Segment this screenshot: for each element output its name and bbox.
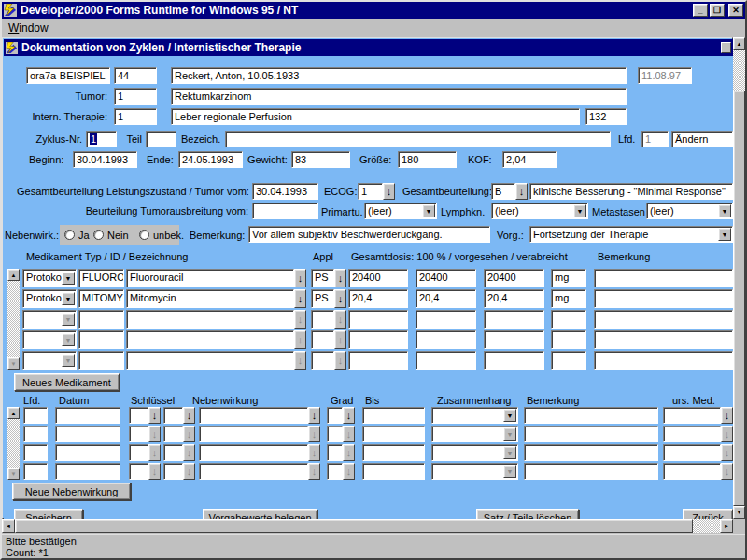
nw-nebenwirkung-lov-button[interactable]: ↓ — [308, 426, 320, 442]
med-appl-field[interactable] — [311, 351, 334, 370]
scroll-left-icon[interactable]: ◄ — [2, 519, 15, 533]
scroll-up-icon[interactable]: ▲ — [733, 37, 745, 50]
neues-medikament-button[interactable]: Neues Medikament — [14, 373, 120, 391]
med-type-dropdown-icon[interactable]: ▼ — [62, 313, 75, 326]
nw-nebenwirkung-lov-button[interactable]: ↓ — [308, 444, 320, 461]
nw-lfd-field[interactable] — [23, 463, 48, 480]
med-appl-field[interactable]: PS — [311, 289, 334, 308]
med-verabreicht-field[interactable] — [484, 310, 544, 329]
vorg-select[interactable]: Fortsetzung der Therapie ▼ — [529, 226, 733, 243]
med-name-field[interactable]: Mitomycin — [126, 289, 294, 308]
nw-key2-lov-button[interactable]: ↓ — [183, 426, 195, 442]
nw-key2-field[interactable] — [163, 444, 183, 461]
zurueck-button[interactable]: Zurück — [683, 509, 733, 519]
med-einheit-field[interactable]: mg — [551, 289, 586, 308]
med-vorgesehen-field[interactable]: 20400 — [416, 269, 476, 287]
med-bemerkung-field[interactable] — [594, 289, 733, 308]
med-dosis-field[interactable] — [348, 351, 408, 370]
zyklus-bemerkung-field[interactable]: Vor allem subjektiv Beschwerderückgang. — [248, 226, 490, 243]
therapie-nr-field[interactable]: 1 — [114, 108, 157, 125]
gesamtbeurteilung-lov-button[interactable]: ↓ — [515, 183, 528, 200]
gesamtbeurteilung-code-field[interactable]: B — [491, 183, 515, 200]
patient-name-field[interactable]: Reckert, Anton, 10.05.1933 — [171, 67, 627, 84]
med-type-dropdown-icon[interactable]: ▼ — [62, 272, 75, 285]
vscroll-track[interactable] — [733, 50, 745, 91]
therapie-code-field[interactable]: 132 — [585, 108, 627, 125]
nw-key1-field[interactable] — [129, 426, 148, 442]
nw-key1-lov-button[interactable]: ↓ — [148, 463, 161, 480]
radio-ja[interactable] — [64, 230, 75, 240]
nw-zusammenhang-dropdown-icon[interactable]: ▼ — [503, 409, 516, 422]
lymphkn-select[interactable]: (leer) ▼ — [491, 203, 588, 219]
nw-grad-lov-button[interactable]: ↓ — [343, 407, 355, 424]
patient-nr-field[interactable]: 44 — [114, 67, 157, 84]
vscroll-thumb[interactable] — [733, 91, 745, 506]
patient-id-field[interactable]: ora7a-BEISPIEL — [26, 67, 110, 84]
nw-nebenwirkung-field[interactable] — [199, 463, 308, 480]
med-verabreicht-field[interactable]: 20400 — [484, 269, 544, 287]
med-scroll-up-icon[interactable]: ▲ — [7, 269, 20, 281]
scroll-down-icon[interactable]: ▼ — [733, 506, 745, 519]
nw-scroll-down-icon[interactable]: ▼ — [7, 468, 20, 480]
nw-ursmed-lov-button[interactable]: ↓ — [721, 426, 733, 442]
lymphkn-dropdown-icon[interactable]: ▼ — [573, 204, 586, 217]
nw-nebenwirkung-field[interactable] — [199, 426, 308, 442]
med-type-dropdown-icon[interactable]: ▼ — [62, 354, 75, 367]
nw-key1-lov-button[interactable]: ↓ — [148, 426, 161, 442]
med-appl-lov-button[interactable]: ↓ — [334, 310, 346, 329]
nw-key2-field[interactable] — [163, 463, 183, 480]
nw-zusammenhang-dropdown-icon[interactable]: ▼ — [503, 465, 516, 478]
med-name-field[interactable] — [126, 330, 294, 349]
hscroll-thumb[interactable] — [15, 519, 693, 533]
bezeich-field[interactable] — [225, 131, 611, 147]
gesamtbeurteilung-text-field[interactable]: klinische Besserung - "Minimal Response" — [529, 183, 733, 200]
med-dosis-field[interactable]: 20400 — [348, 269, 408, 287]
nw-datum-field[interactable] — [55, 444, 120, 461]
metastasen-dropdown-icon[interactable]: ▼ — [718, 204, 731, 217]
med-appl-lov-button[interactable]: ↓ — [334, 269, 346, 287]
med-type-select[interactable]: ▼ — [22, 351, 77, 370]
nw-grad-lov-button[interactable]: ↓ — [343, 463, 355, 480]
med-bemerkung-field[interactable] — [594, 269, 733, 287]
med-appl-lov-button[interactable]: ↓ — [334, 289, 346, 308]
ecog-field[interactable]: 1 — [358, 183, 383, 200]
med-name-lov-button[interactable]: ↓ — [294, 289, 306, 308]
med-appl-lov-button[interactable]: ↓ — [334, 330, 346, 349]
nw-ursmed-field[interactable] — [663, 426, 721, 442]
med-verabreicht-field[interactable] — [484, 330, 544, 349]
med-type-select[interactable]: Protokol▼ — [22, 269, 77, 287]
hscroll-track[interactable] — [693, 519, 720, 533]
nw-key1-lov-button[interactable]: ↓ — [148, 407, 161, 424]
med-type-select[interactable]: Protokol▼ — [22, 289, 77, 308]
radio-nein[interactable] — [93, 230, 104, 240]
nw-zusammenhang-dropdown-icon[interactable]: ▼ — [503, 446, 516, 459]
nw-key1-field[interactable] — [129, 407, 148, 424]
therapie-name-field[interactable]: Leber regionale Perfusion — [171, 108, 580, 125]
nw-key1-lov-button[interactable]: ↓ — [148, 444, 161, 461]
nw-bis-field[interactable] — [362, 463, 425, 480]
nw-ursmed-lov-button[interactable]: ↓ — [721, 407, 733, 424]
med-einheit-field[interactable]: mg — [551, 269, 586, 287]
nw-datum-field[interactable] — [55, 463, 120, 480]
nw-ursmed-field[interactable] — [663, 444, 721, 461]
med-scroll-track[interactable] — [7, 281, 20, 357]
med-bemerkung-field[interactable] — [594, 351, 733, 370]
zyklus-nr-field[interactable]: 1 — [86, 131, 117, 147]
nw-bemerkung-field[interactable] — [524, 407, 658, 424]
med-vorgesehen-field[interactable] — [416, 330, 476, 349]
med-appl-field[interactable] — [311, 310, 334, 329]
med-id-field[interactable] — [78, 330, 124, 349]
nw-nebenwirkung-field[interactable] — [199, 407, 308, 424]
med-name-field[interactable] — [126, 310, 294, 329]
med-vorgesehen-field[interactable] — [416, 310, 476, 329]
nw-ursmed-lov-button[interactable]: ↓ — [721, 444, 733, 461]
med-type-dropdown-icon[interactable]: ▼ — [62, 333, 75, 346]
med-dosis-field[interactable]: 20,4 — [348, 289, 408, 308]
med-einheit-field[interactable] — [551, 310, 586, 329]
med-appl-lov-button[interactable]: ↓ — [334, 351, 346, 370]
menu-window[interactable]: Window — [8, 21, 49, 35]
groesse-field[interactable]: 180 — [398, 151, 457, 168]
vorgabewerte-belegen-button[interactable]: Vorgabewerte belegen — [203, 509, 317, 519]
med-appl-field[interactable]: PS — [311, 269, 334, 287]
nw-scroll-track[interactable] — [7, 419, 20, 468]
